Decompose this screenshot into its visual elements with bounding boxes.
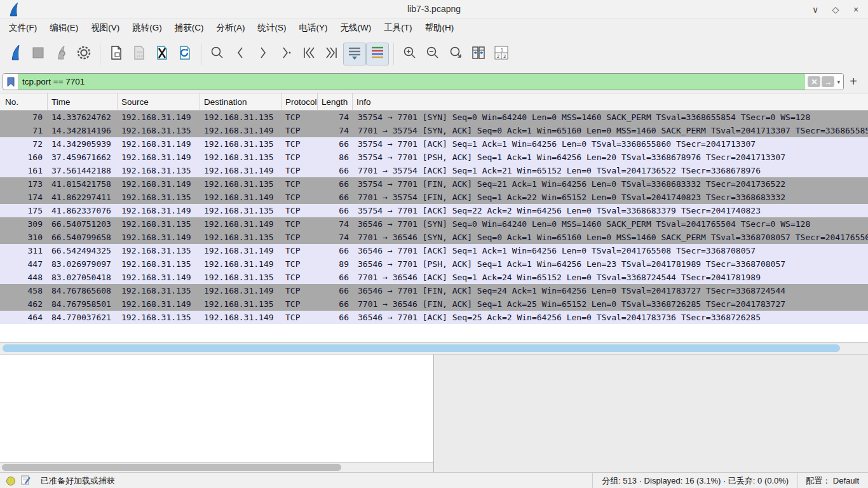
expert-info-icon[interactable] (6, 477, 15, 485)
packet-row[interactable]: 17341.815421758192.168.31.149192.168.31.… (0, 177, 868, 191)
stop-capture-button[interactable] (27, 43, 50, 65)
packet-row[interactable]: 16037.459671662192.168.31.149192.168.31.… (0, 151, 868, 164)
packet-row[interactable]: 7214.342905939192.168.31.149192.168.31.1… (0, 137, 868, 151)
close-button[interactable]: × (850, 4, 862, 15)
last-packet-button[interactable] (320, 43, 343, 65)
last-packet-icon (324, 46, 339, 62)
save-file-button[interactable]: 01010110 (128, 43, 151, 65)
profile-selector[interactable]: 配置： Default (798, 473, 868, 488)
filter-dropdown-caret[interactable]: ▾ (836, 79, 840, 85)
packet-row[interactable]: 31066.540799658192.168.31.149192.168.31.… (0, 231, 868, 244)
zoom-reset-button[interactable] (444, 43, 467, 65)
cell-info: 36546 → 7701 [PSH, ACK] Seq=1 Ack=1 Win=… (353, 259, 868, 269)
cell-no: 173 (0, 179, 48, 189)
start-capture-button[interactable] (4, 43, 27, 65)
menu-item-8[interactable]: 无线(W) (334, 20, 378, 36)
cell-time: 41.862337076 (48, 206, 118, 215)
packet-row[interactable]: 17441.862297411192.168.31.135192.168.31.… (0, 191, 868, 204)
packet-row[interactable]: 46284.767958501192.168.31.149192.168.31.… (0, 297, 868, 311)
filter-clear-button[interactable]: ✕ (808, 76, 820, 87)
packet-details-view[interactable] (0, 355, 434, 463)
menu-item-3[interactable]: 跳转(G) (126, 20, 168, 36)
cell-protocol: TCP (281, 246, 318, 255)
zoom-in-button[interactable] (398, 43, 421, 65)
packet-row[interactable]: 44783.026979097192.168.31.135192.168.31.… (0, 257, 868, 271)
cell-destination: 192.168.31.135 (200, 139, 281, 149)
capture-options-button[interactable] (72, 43, 95, 65)
next-packet-button[interactable] (252, 43, 275, 65)
menu-item-10[interactable]: 帮助(H) (418, 20, 460, 36)
menu-item-5[interactable]: 分析(A) (210, 20, 252, 36)
cell-time: 83.027050418 (48, 273, 118, 282)
display-filter-input[interactable] (18, 77, 805, 86)
column-header-protocol[interactable]: Protocol (281, 93, 318, 110)
cell-source: 192.168.31.135 (118, 286, 200, 295)
column-header-info[interactable]: Info (353, 93, 868, 110)
close-file-button[interactable] (151, 43, 173, 65)
cell-protocol: TCP (281, 152, 318, 162)
resize-columns-icon (471, 45, 486, 63)
menu-item-2[interactable]: 视图(V) (85, 20, 126, 36)
menu-item-6[interactable]: 统计(S) (252, 20, 293, 36)
autoscroll-button[interactable] (343, 43, 366, 65)
first-packet-button[interactable] (297, 43, 320, 65)
menu-item-9[interactable]: 工具(T) (377, 20, 418, 36)
cell-protocol: TCP (281, 193, 318, 202)
cell-length: 66 (318, 179, 353, 189)
cell-source: 192.168.31.135 (118, 313, 200, 322)
cell-info: 36546 → 7701 [FIN, ACK] Seq=24 Ack=1 Win… (353, 286, 868, 295)
goto-packet-button[interactable] (275, 43, 297, 65)
packet-row[interactable]: 31166.542494325192.168.31.135192.168.31.… (0, 244, 868, 257)
column-header-time[interactable]: Time (48, 93, 118, 110)
column-header-no[interactable]: No. (0, 93, 48, 110)
maximize-button[interactable]: ◇ (830, 4, 841, 15)
packet-row[interactable]: 16137.561442188192.168.31.135192.168.31.… (0, 164, 868, 177)
find-packet-button[interactable] (206, 43, 229, 65)
packet-row[interactable]: 17541.862337076192.168.31.149192.168.31.… (0, 204, 868, 217)
minimize-button[interactable]: ∨ (810, 4, 821, 15)
cell-length: 74 (318, 126, 353, 135)
restart-capture-button[interactable] (50, 43, 72, 65)
filter-add-button[interactable]: + (844, 74, 863, 89)
column-header-length[interactable]: Length (318, 93, 353, 110)
capture-comment-icon[interactable] (20, 475, 31, 487)
open-file-button[interactable] (105, 43, 128, 65)
colorize-button[interactable] (366, 43, 389, 65)
cell-no: 161 (0, 166, 48, 175)
packet-list-header: No. Time Source Destination Protocol Len… (0, 93, 868, 111)
packet-row[interactable]: 44883.027050418192.168.31.149192.168.31.… (0, 271, 868, 284)
filter-apply-button[interactable]: → (822, 76, 834, 87)
hscrollbar-thumb[interactable] (3, 344, 840, 352)
display-filter-field[interactable]: ✕ → ▾ (3, 73, 844, 90)
menu-item-7[interactable]: 电话(Y) (293, 20, 334, 36)
menu-item-4[interactable]: 捕获(C) (168, 20, 210, 36)
previous-packet-button[interactable] (229, 43, 252, 65)
details-hscrollbar-thumb[interactable] (2, 464, 341, 471)
status-bar: 已准备好加载或捕获 分组: 513 · Displayed: 16 (3.1%)… (0, 472, 868, 488)
open-file-icon (109, 45, 123, 63)
cell-no: 160 (0, 152, 48, 162)
toolbar-separator (393, 43, 394, 65)
packet-row[interactable]: 7014.337624762192.168.31.149192.168.31.1… (0, 111, 868, 124)
cell-protocol: TCP (281, 112, 318, 122)
cell-protocol: TCP (281, 179, 318, 189)
packet-bytes-pane[interactable] (434, 355, 868, 472)
packet-row[interactable]: 46484.770037621192.168.31.135192.168.31.… (0, 311, 868, 324)
cell-info: 7701 → 36546 [SYN, ACK] Seq=0 Ack=1 Win=… (353, 233, 868, 242)
resize-columns-button[interactable] (467, 43, 490, 65)
reload-file-button[interactable] (173, 43, 196, 65)
cell-no: 72 (0, 139, 48, 149)
menu-item-1[interactable]: 编辑(E) (43, 20, 85, 36)
packet-row[interactable]: 7114.342814196192.168.31.135192.168.31.1… (0, 124, 868, 137)
cell-source: 192.168.31.149 (118, 206, 200, 215)
cell-protocol: TCP (281, 299, 318, 309)
packet-row[interactable]: 30966.540751203192.168.31.135192.168.31.… (0, 217, 868, 231)
zoom-out-button[interactable] (421, 43, 444, 65)
packet-list-pane: No. Time Source Destination Protocol Len… (0, 93, 868, 342)
column-header-source[interactable]: Source (118, 93, 200, 110)
filter-bookmark-button[interactable] (3, 74, 18, 90)
column-header-destination[interactable]: Destination (200, 93, 281, 110)
menu-item-0[interactable]: 文件(F) (3, 20, 43, 36)
numbered-columns-button[interactable]: 123 (490, 43, 513, 65)
packet-row[interactable]: 45884.767865608192.168.31.135192.168.31.… (0, 284, 868, 297)
